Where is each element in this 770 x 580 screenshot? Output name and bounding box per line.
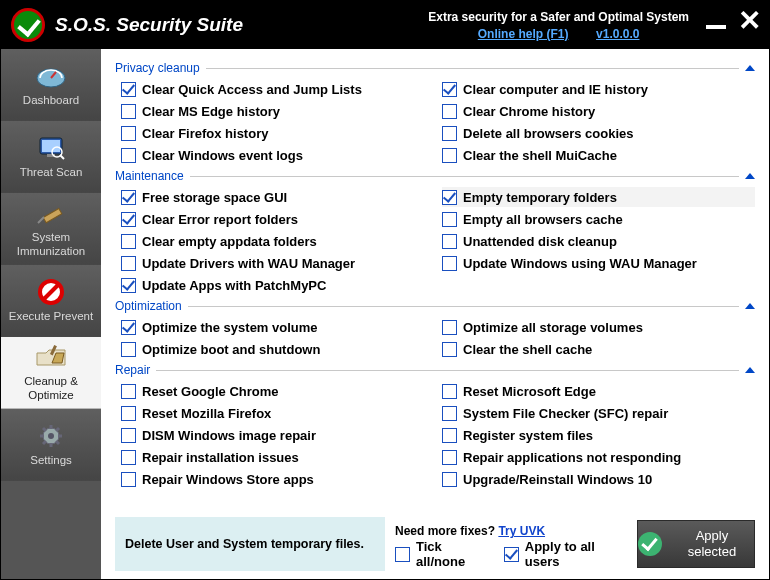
minimize-button[interactable]	[706, 25, 726, 29]
checkbox-icon[interactable]	[442, 472, 457, 487]
checkbox-icon[interactable]	[442, 104, 457, 119]
option-checkbox[interactable]: Register system files	[442, 425, 755, 445]
group-header[interactable]: Privacy cleanup	[115, 61, 755, 75]
sidebar-item-settings[interactable]: Settings	[1, 409, 101, 481]
checkbox-icon[interactable]	[121, 472, 136, 487]
option-label: Unattended disk cleanup	[463, 234, 617, 249]
option-checkbox[interactable]: Repair applications not responding	[442, 447, 755, 467]
sidebar-item-immunization[interactable]: System Immunization	[1, 193, 101, 265]
checkbox-icon[interactable]	[121, 278, 136, 293]
checkbox-icon[interactable]	[504, 547, 519, 562]
option-checkbox[interactable]: Clear Windows event logs	[121, 145, 434, 165]
option-checkbox[interactable]: Clear empty appdata folders	[121, 231, 434, 251]
option-checkbox[interactable]: Optimize the system volume	[121, 317, 434, 337]
group-header[interactable]: Optimization	[115, 299, 755, 313]
checkbox-icon[interactable]	[442, 256, 457, 271]
checkbox-icon[interactable]	[121, 190, 136, 205]
option-label: Upgrade/Reinstall Windows 10	[463, 472, 652, 487]
syringe-icon	[34, 199, 68, 227]
option-checkbox[interactable]: Optimize all storage volumes	[442, 317, 755, 337]
checkbox-icon[interactable]	[121, 342, 136, 357]
option-checkbox[interactable]: Delete all browsers cookies	[442, 123, 755, 143]
option-checkbox[interactable]: Upgrade/Reinstall Windows 10	[442, 469, 755, 489]
checkbox-icon[interactable]	[442, 212, 457, 227]
option-label: Reset Mozilla Firefox	[142, 406, 271, 421]
checkbox-icon[interactable]	[442, 82, 457, 97]
option-checkbox[interactable]: Reset Mozilla Firefox	[121, 403, 434, 423]
sidebar-item-threat-scan[interactable]: Threat Scan	[1, 121, 101, 193]
checkbox-icon[interactable]	[121, 428, 136, 443]
checkbox-icon[interactable]	[121, 320, 136, 335]
version-link[interactable]: v1.0.0.0	[596, 27, 639, 41]
option-checkbox[interactable]: Free storage space GUI	[121, 187, 434, 207]
svg-line-18	[43, 428, 46, 431]
option-checkbox[interactable]: Repair Windows Store apps	[121, 469, 434, 489]
option-checkbox[interactable]: Clear computer and IE history	[442, 79, 755, 99]
sidebar-item-execute-prevent[interactable]: Execute Prevent	[1, 265, 101, 337]
checkbox-icon[interactable]	[121, 256, 136, 271]
checkbox-icon[interactable]	[121, 234, 136, 249]
collapse-caret-icon[interactable]	[745, 367, 755, 373]
option-checkbox[interactable]: Clear the shell cache	[442, 339, 755, 359]
option-checkbox[interactable]: Repair installation issues	[121, 447, 434, 467]
checkbox-icon[interactable]	[121, 148, 136, 163]
option-checkbox[interactable]: Reset Microsoft Edge	[442, 381, 755, 401]
option-checkbox[interactable]: Update Apps with PatchMyPC	[121, 275, 434, 295]
try-uvk-link[interactable]: Try UVK	[498, 524, 545, 538]
close-button[interactable]: ✕	[738, 7, 761, 35]
checkbox-icon[interactable]	[442, 406, 457, 421]
checkbox-icon[interactable]	[442, 342, 457, 357]
option-checkbox[interactable]: Empty temporary folders	[442, 187, 755, 207]
group-header[interactable]: Maintenance	[115, 169, 755, 183]
option-checkbox[interactable]: Update Drivers with WAU Manager	[121, 253, 434, 273]
checkbox-icon[interactable]	[442, 450, 457, 465]
option-label: Clear Windows event logs	[142, 148, 303, 163]
option-checkbox[interactable]: Clear Quick Access and Jump Lists	[121, 79, 434, 99]
checkbox-icon[interactable]	[442, 234, 457, 249]
option-checkbox[interactable]: System File Checker (SFC) repair	[442, 403, 755, 423]
group-repair: RepairReset Google ChromeReset Microsoft…	[115, 363, 755, 489]
option-checkbox[interactable]: Optimize boot and shutdown	[121, 339, 434, 359]
option-label: Clear empty appdata folders	[142, 234, 317, 249]
option-checkbox[interactable]: Clear Firefox history	[121, 123, 434, 143]
help-link[interactable]: Online help (F1)	[478, 27, 569, 41]
option-checkbox[interactable]: Clear the shell MuiCache	[442, 145, 755, 165]
checkbox-icon[interactable]	[121, 384, 136, 399]
option-checkbox[interactable]: Update Windows using WAU Manager	[442, 253, 755, 273]
dashboard-icon	[34, 62, 68, 90]
option-checkbox[interactable]: Unattended disk cleanup	[442, 231, 755, 251]
checkbox-icon[interactable]	[121, 104, 136, 119]
collapse-caret-icon[interactable]	[745, 65, 755, 71]
svg-line-19	[56, 441, 59, 444]
checkbox-icon[interactable]	[442, 148, 457, 163]
sidebar-item-cleanup-optimize[interactable]: Cleanup & Optimize	[1, 337, 101, 409]
collapse-caret-icon[interactable]	[745, 303, 755, 309]
option-label: Repair applications not responding	[463, 450, 681, 465]
sidebar-item-dashboard[interactable]: Dashboard	[1, 49, 101, 121]
selection-description: Delete User and System temporary files.	[115, 517, 385, 571]
option-checkbox[interactable]: Reset Google Chrome	[121, 381, 434, 401]
option-label: System File Checker (SFC) repair	[463, 406, 668, 421]
option-checkbox[interactable]: Empty all browsers cache	[442, 209, 755, 229]
apply-selected-button[interactable]: Apply selected	[637, 520, 755, 568]
checkbox-icon[interactable]	[442, 384, 457, 399]
collapse-caret-icon[interactable]	[745, 173, 755, 179]
group-header[interactable]: Repair	[115, 363, 755, 377]
tick-all-checkbox[interactable]: Tick all/none	[395, 544, 490, 564]
checkbox-icon[interactable]	[442, 428, 457, 443]
option-checkbox[interactable]: Clear Chrome history	[442, 101, 755, 121]
checkbox-icon[interactable]	[395, 547, 410, 562]
option-checkbox[interactable]: Clear Error report folders	[121, 209, 434, 229]
option-checkbox[interactable]: Clear MS Edge history	[121, 101, 434, 121]
svg-rect-3	[42, 140, 60, 152]
checkbox-icon[interactable]	[121, 82, 136, 97]
checkbox-icon[interactable]	[442, 126, 457, 141]
checkbox-icon[interactable]	[121, 126, 136, 141]
checkbox-icon[interactable]	[121, 212, 136, 227]
apply-all-users-checkbox[interactable]: Apply to all users	[504, 544, 627, 564]
checkbox-icon[interactable]	[442, 190, 457, 205]
checkbox-icon[interactable]	[442, 320, 457, 335]
option-checkbox[interactable]: DISM Windows image repair	[121, 425, 434, 445]
checkbox-icon[interactable]	[121, 406, 136, 421]
checkbox-icon[interactable]	[121, 450, 136, 465]
